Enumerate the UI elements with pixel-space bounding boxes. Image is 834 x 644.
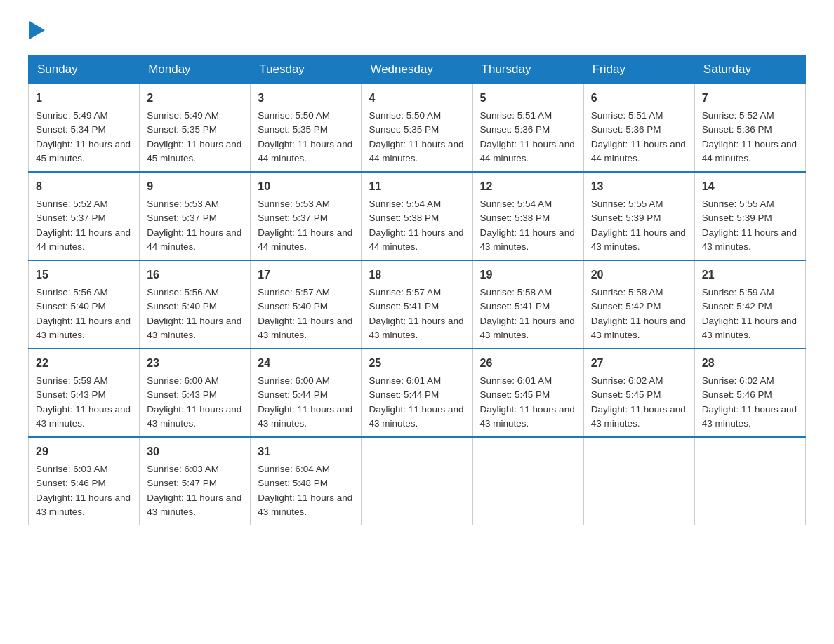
calendar-cell: 17 Sunrise: 5:57 AM Sunset: 5:40 PM Dayl… <box>251 260 362 349</box>
daylight-label: Daylight: 11 hours and 43 minutes. <box>480 227 575 252</box>
daylight-label: Daylight: 11 hours and 43 minutes. <box>36 492 131 517</box>
sunset-label: Sunset: 5:46 PM <box>36 478 106 488</box>
sunrise-label: Sunrise: 6:01 AM <box>480 375 552 386</box>
day-number: 10 <box>258 178 354 195</box>
day-number: 3 <box>258 90 354 107</box>
daylight-label: Daylight: 11 hours and 44 minutes. <box>591 139 686 163</box>
daylight-label: Daylight: 11 hours and 43 minutes. <box>369 404 463 429</box>
calendar-cell: 5 Sunrise: 5:51 AM Sunset: 5:36 PM Dayli… <box>472 84 583 173</box>
col-header-wednesday: Wednesday <box>362 55 472 84</box>
sunrise-label: Sunrise: 5:49 AM <box>36 110 108 121</box>
daylight-label: Daylight: 11 hours and 43 minutes. <box>258 492 352 517</box>
calendar-cell: 22 Sunrise: 5:59 AM Sunset: 5:43 PM Dayl… <box>29 349 140 437</box>
daylight-label: Daylight: 11 hours and 43 minutes. <box>36 404 131 429</box>
sunrise-label: Sunrise: 6:03 AM <box>147 464 219 474</box>
day-number: 25 <box>369 355 465 372</box>
sunrise-label: Sunrise: 5:53 AM <box>258 199 330 209</box>
calendar-cell: 15 Sunrise: 5:56 AM Sunset: 5:40 PM Dayl… <box>29 260 140 349</box>
sunrise-label: Sunrise: 5:56 AM <box>36 287 108 297</box>
sunset-label: Sunset: 5:35 PM <box>258 124 328 135</box>
calendar-cell <box>472 437 583 525</box>
daylight-label: Daylight: 11 hours and 44 minutes. <box>702 139 797 163</box>
calendar-cell: 21 Sunrise: 5:59 AM Sunset: 5:42 PM Dayl… <box>694 260 805 349</box>
col-header-saturday: Saturday <box>694 55 805 84</box>
sunset-label: Sunset: 5:43 PM <box>36 389 106 400</box>
calendar-cell: 27 Sunrise: 6:02 AM Sunset: 5:45 PM Dayl… <box>583 349 694 437</box>
calendar-cell: 20 Sunrise: 5:58 AM Sunset: 5:42 PM Dayl… <box>583 260 694 349</box>
sunrise-label: Sunrise: 5:53 AM <box>147 199 219 209</box>
col-header-tuesday: Tuesday <box>251 55 362 84</box>
calendar-cell: 23 Sunrise: 6:00 AM Sunset: 5:43 PM Dayl… <box>140 349 251 437</box>
daylight-label: Daylight: 11 hours and 43 minutes. <box>702 227 797 252</box>
day-number: 13 <box>591 178 687 195</box>
day-number: 27 <box>591 355 687 372</box>
day-number: 11 <box>369 178 465 195</box>
week-row-1: 1 Sunrise: 5:49 AM Sunset: 5:34 PM Dayli… <box>29 84 806 173</box>
day-number: 22 <box>36 355 132 372</box>
sunset-label: Sunset: 5:41 PM <box>480 301 550 311</box>
sunrise-label: Sunrise: 5:51 AM <box>480 110 552 121</box>
calendar-cell: 16 Sunrise: 5:56 AM Sunset: 5:40 PM Dayl… <box>140 260 251 349</box>
sunset-label: Sunset: 5:35 PM <box>147 124 217 135</box>
daylight-label: Daylight: 11 hours and 44 minutes. <box>36 227 131 252</box>
day-number: 14 <box>702 178 798 195</box>
header-row: SundayMondayTuesdayWednesdayThursdayFrid… <box>29 55 806 84</box>
sunrise-label: Sunrise: 6:00 AM <box>258 375 330 386</box>
day-number: 7 <box>702 90 798 107</box>
calendar-cell: 1 Sunrise: 5:49 AM Sunset: 5:34 PM Dayli… <box>29 84 140 173</box>
day-number: 26 <box>480 355 576 372</box>
sunrise-label: Sunrise: 6:04 AM <box>258 464 330 474</box>
day-number: 18 <box>369 267 465 283</box>
sunrise-label: Sunrise: 5:49 AM <box>147 110 219 121</box>
calendar-cell: 4 Sunrise: 5:50 AM Sunset: 5:35 PM Dayli… <box>362 84 472 173</box>
day-number: 16 <box>147 267 243 283</box>
calendar-cell: 29 Sunrise: 6:03 AM Sunset: 5:46 PM Dayl… <box>29 437 140 525</box>
sunrise-label: Sunrise: 6:02 AM <box>702 375 774 386</box>
sunrise-label: Sunrise: 5:57 AM <box>369 287 441 297</box>
daylight-label: Daylight: 11 hours and 45 minutes. <box>147 139 241 163</box>
sunrise-label: Sunrise: 5:58 AM <box>591 287 663 297</box>
day-number: 2 <box>147 90 243 107</box>
daylight-label: Daylight: 11 hours and 43 minutes. <box>36 316 131 340</box>
sunset-label: Sunset: 5:34 PM <box>36 124 106 135</box>
sunset-label: Sunset: 5:46 PM <box>702 389 772 400</box>
day-number: 31 <box>258 443 354 460</box>
daylight-label: Daylight: 11 hours and 43 minutes. <box>591 227 686 252</box>
daylight-label: Daylight: 11 hours and 43 minutes. <box>480 316 575 340</box>
page-header <box>28 21 806 41</box>
daylight-label: Daylight: 11 hours and 43 minutes. <box>147 316 241 340</box>
daylight-label: Daylight: 11 hours and 43 minutes. <box>258 316 352 340</box>
week-row-4: 22 Sunrise: 5:59 AM Sunset: 5:43 PM Dayl… <box>29 349 806 437</box>
calendar-cell <box>362 437 472 525</box>
daylight-label: Daylight: 11 hours and 43 minutes. <box>369 316 463 340</box>
sunrise-label: Sunrise: 6:02 AM <box>591 375 663 386</box>
sunrise-label: Sunrise: 5:58 AM <box>480 287 552 297</box>
calendar-cell: 11 Sunrise: 5:54 AM Sunset: 5:38 PM Dayl… <box>362 172 472 260</box>
sunset-label: Sunset: 5:40 PM <box>258 301 328 311</box>
sunset-label: Sunset: 5:47 PM <box>147 478 217 488</box>
day-number: 19 <box>480 267 576 283</box>
sunset-label: Sunset: 5:36 PM <box>591 124 661 135</box>
day-number: 5 <box>480 90 576 107</box>
day-number: 15 <box>36 267 132 283</box>
sunset-label: Sunset: 5:40 PM <box>36 301 106 311</box>
day-number: 20 <box>591 267 687 283</box>
sunset-label: Sunset: 5:37 PM <box>258 213 328 223</box>
calendar-cell: 10 Sunrise: 5:53 AM Sunset: 5:37 PM Dayl… <box>251 172 362 260</box>
daylight-label: Daylight: 11 hours and 43 minutes. <box>147 404 241 429</box>
daylight-label: Daylight: 11 hours and 43 minutes. <box>702 404 797 429</box>
sunset-label: Sunset: 5:42 PM <box>591 301 661 311</box>
sunrise-label: Sunrise: 5:54 AM <box>369 199 441 209</box>
day-number: 30 <box>147 443 243 460</box>
sunrise-label: Sunrise: 5:50 AM <box>369 110 441 121</box>
sunrise-label: Sunrise: 5:55 AM <box>591 199 663 209</box>
sunset-label: Sunset: 5:36 PM <box>480 124 550 135</box>
sunset-label: Sunset: 5:41 PM <box>369 301 439 311</box>
calendar-cell: 30 Sunrise: 6:03 AM Sunset: 5:47 PM Dayl… <box>140 437 251 525</box>
sunset-label: Sunset: 5:39 PM <box>702 213 772 223</box>
calendar-cell <box>694 437 805 525</box>
col-header-thursday: Thursday <box>472 55 583 84</box>
daylight-label: Daylight: 11 hours and 44 minutes. <box>369 139 463 163</box>
calendar-cell: 25 Sunrise: 6:01 AM Sunset: 5:44 PM Dayl… <box>362 349 472 437</box>
sunset-label: Sunset: 5:40 PM <box>147 301 217 311</box>
